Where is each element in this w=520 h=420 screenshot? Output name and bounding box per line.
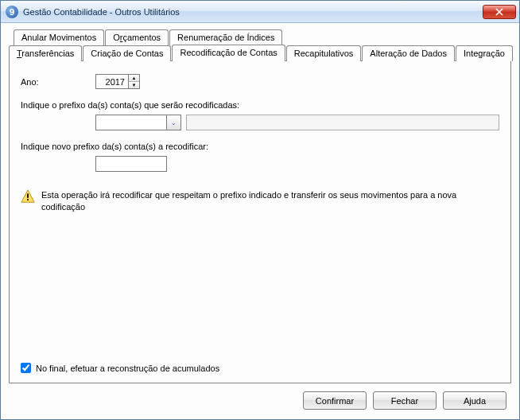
- tab-row-top: Anular Movimentos Orçamentos Renumeração…: [14, 29, 511, 45]
- prefix-new-input[interactable]: [95, 156, 167, 172]
- tab-recodificacao-contas[interactable]: Recodificação de Contas: [172, 45, 285, 61]
- confirm-button[interactable]: Confirmar: [303, 391, 367, 410]
- tab-alteracao-dados[interactable]: Alteração de Dados: [362, 45, 455, 61]
- spin-down-button[interactable]: ▼: [129, 82, 139, 88]
- prefix-old-input[interactable]: [95, 115, 167, 130]
- tab-row-bottom: Transferências Criação de Contas Recodif…: [9, 45, 511, 60]
- spin-up-button[interactable]: ▲: [129, 75, 139, 82]
- warning-row: Esta operação irá recodificar que respei…: [21, 189, 499, 213]
- help-button[interactable]: Ajuda: [443, 391, 506, 410]
- tab-renumeracao-indices[interactable]: Renumeração de Índices: [169, 29, 282, 45]
- ano-spinner[interactable]: ▲ ▼: [95, 74, 140, 89]
- rebuild-checkbox-row[interactable]: No final, efetuar a reconstrução de acum…: [21, 363, 499, 373]
- close-button[interactable]: [483, 5, 516, 19]
- svg-rect-1: [27, 199, 29, 200]
- tab-transferencias[interactable]: Transferências: [9, 45, 82, 61]
- lookup-icon: ⌄: [171, 119, 177, 126]
- spinner-buttons: ▲ ▼: [128, 75, 139, 88]
- prefix-new-label: Indique novo prefixo da(s) conta(s) a re…: [21, 142, 499, 151]
- warning-icon: [21, 189, 35, 205]
- rebuild-checkbox-label: No final, efetuar a reconstrução de acum…: [36, 364, 219, 373]
- ano-label: Ano:: [21, 77, 95, 87]
- button-bar: Confirmar Fechar Ajuda: [9, 383, 511, 411]
- app-icon: 9: [6, 6, 18, 18]
- titlebar: 9 Gestão Contabilidade - Outros Utilitár…: [1, 1, 519, 23]
- close-dialog-button[interactable]: Fechar: [373, 391, 437, 410]
- tab-panel: Ano: ▲ ▼ Indique o prefixo da(s) conta(s…: [9, 60, 511, 383]
- rebuild-checkbox[interactable]: [21, 363, 31, 373]
- tab-integracao[interactable]: Integração: [456, 45, 513, 61]
- dialog-window: 9 Gestão Contabilidade - Outros Utilitár…: [0, 0, 520, 420]
- svg-rect-0: [27, 193, 29, 197]
- tab-criacao-contas[interactable]: Criação de Contas: [83, 45, 171, 61]
- close-icon: [495, 8, 503, 16]
- ano-input[interactable]: [96, 75, 128, 88]
- tab-anular-movimentos[interactable]: Anular Movimentos: [14, 29, 104, 45]
- tab-orcamentos[interactable]: Orçamentos: [105, 29, 169, 45]
- client-area: Anular Movimentos Orçamentos Renumeração…: [1, 23, 519, 419]
- lookup-button[interactable]: ⌄: [167, 115, 181, 130]
- account-description-display: [186, 115, 499, 130]
- window-title: Gestão Contabilidade - Outros Utilitário…: [23, 7, 483, 17]
- prefix-old-label: Indique o prefixo da(s) conta(s) que ser…: [21, 100, 499, 110]
- warning-text: Esta operação irá recodificar que respei…: [41, 189, 499, 213]
- tab-recapitulativos[interactable]: Recapitulativos: [286, 45, 362, 61]
